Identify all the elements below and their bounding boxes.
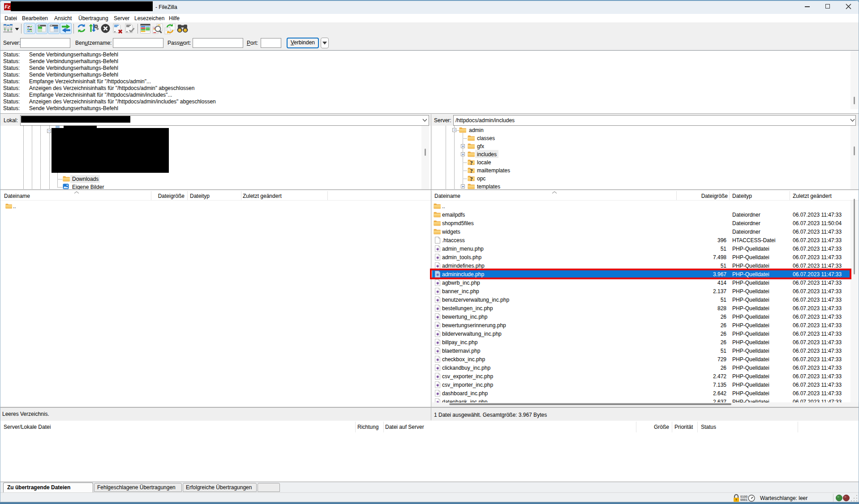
svg-text:?: ? <box>470 167 473 173</box>
svg-text:?: ? <box>470 159 473 165</box>
svg-text:?: ? <box>470 175 473 181</box>
